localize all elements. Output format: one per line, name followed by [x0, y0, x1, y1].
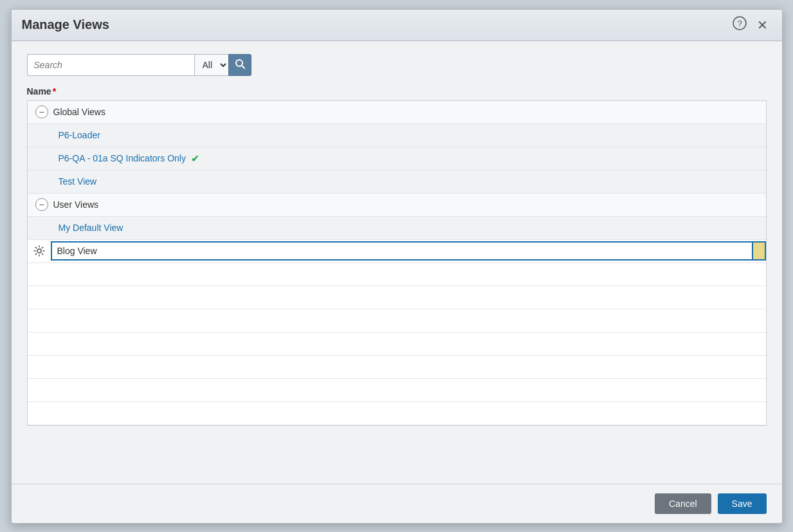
svg-line-3: [242, 66, 244, 68]
dialog-header: Manage Views ? ✕: [12, 10, 782, 41]
empty-row: [28, 286, 766, 309]
global-views-label: Global Views: [53, 107, 105, 117]
p6-loader-link[interactable]: P6-Loader: [59, 130, 100, 140]
p6-loader-label: P6-Loader: [59, 130, 100, 140]
save-button[interactable]: Save: [718, 493, 767, 514]
my-default-view-link[interactable]: My Default View: [59, 223, 123, 233]
global-views-group[interactable]: − Global Views: [28, 101, 766, 124]
dialog-body: All Name* − Global Views: [12, 41, 782, 484]
view-name-input[interactable]: [51, 241, 753, 261]
global-views-toggle[interactable]: −: [35, 105, 48, 118]
list-item[interactable]: My Default View: [28, 217, 766, 240]
search-icon: [235, 59, 245, 71]
p6-qa-link[interactable]: P6-QA - 01a SQ Indicators Only ✔: [59, 152, 199, 165]
search-input[interactable]: [27, 54, 194, 76]
close-button[interactable]: ✕: [754, 16, 772, 34]
cancel-button[interactable]: Cancel: [655, 493, 711, 514]
empty-row: [28, 263, 766, 286]
header-icons: ? ✕: [731, 16, 772, 34]
edit-row: [28, 240, 766, 263]
tree-table: − Global Views P6-Loader P6-QA - 01a SQ …: [27, 100, 767, 426]
user-views-label: User Views: [53, 199, 99, 210]
empty-row: [28, 402, 766, 425]
list-item[interactable]: P6-Loader: [28, 124, 766, 147]
search-bar: All: [27, 54, 767, 76]
search-button[interactable]: [228, 54, 251, 76]
dialog-footer: Cancel Save: [12, 484, 782, 523]
list-item[interactable]: P6-QA - 01a SQ Indicators Only ✔: [28, 147, 766, 170]
my-default-view-label: My Default View: [59, 223, 123, 233]
required-star: *: [53, 86, 56, 96]
name-label: Name*: [27, 86, 767, 96]
manage-views-dialog: Manage Views ? ✕ All: [11, 9, 783, 524]
edit-indicator: [753, 241, 766, 261]
help-icon: ?: [733, 16, 747, 33]
user-views-group[interactable]: − User Views: [28, 194, 766, 217]
filter-select[interactable]: All: [194, 54, 228, 76]
p6-qa-label: P6-QA - 01a SQ Indicators Only: [59, 153, 186, 163]
gear-icon[interactable]: [28, 245, 51, 257]
help-button[interactable]: ?: [731, 16, 749, 34]
test-view-label: Test View: [59, 176, 97, 187]
svg-text:?: ?: [737, 19, 742, 28]
close-icon: ✕: [757, 17, 768, 33]
active-check-icon: ✔: [191, 152, 199, 165]
empty-row: [28, 379, 766, 402]
list-item[interactable]: Test View: [28, 170, 766, 194]
empty-row: [28, 333, 766, 356]
test-view-link[interactable]: Test View: [59, 176, 97, 187]
empty-row: [28, 356, 766, 379]
dialog-title: Manage Views: [22, 17, 109, 32]
svg-point-4: [37, 249, 41, 253]
user-views-toggle[interactable]: −: [35, 198, 48, 211]
empty-row: [28, 309, 766, 333]
